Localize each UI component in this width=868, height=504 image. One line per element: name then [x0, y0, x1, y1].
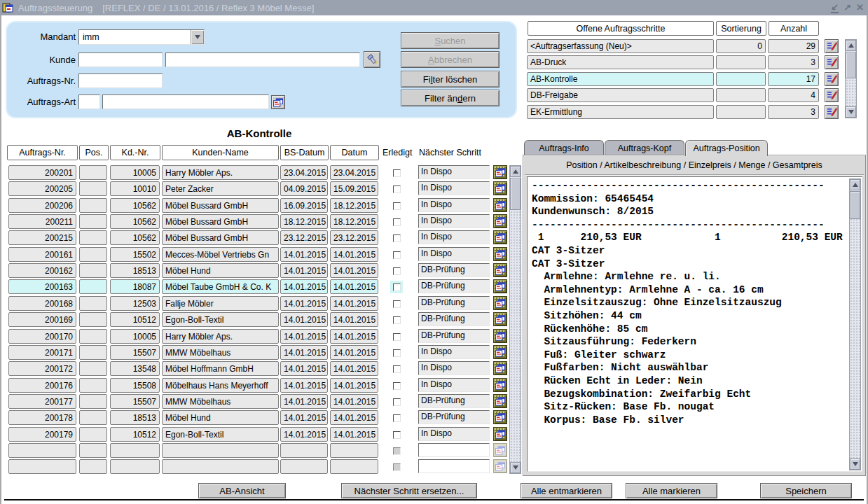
next-step-field[interactable]: DB-Prüfung	[418, 329, 490, 343]
datum-cell[interactable]: 14.01.2015	[330, 410, 378, 425]
step-anzahl-cell[interactable]: 3	[768, 105, 819, 119]
datum-cell[interactable]	[330, 459, 378, 474]
erledigt-checkbox[interactable]	[390, 232, 403, 244]
bs-datum-cell[interactable]: 14.01.2015	[280, 296, 328, 311]
erledigt-checkbox[interactable]	[390, 330, 403, 343]
alle-markieren-button[interactable]: Alle markieren	[626, 483, 717, 498]
kunden-name-cell[interactable]	[162, 459, 279, 474]
order-detail-button[interactable]	[493, 296, 507, 310]
erledigt-checkbox[interactable]	[390, 265, 403, 277]
order-detail-button[interactable]	[493, 198, 507, 212]
pos-cell[interactable]	[79, 427, 107, 442]
kd-nr-cell[interactable]: 18087	[110, 279, 160, 294]
next-step-field[interactable]	[418, 443, 490, 457]
pos-cell[interactable]	[79, 247, 107, 262]
kunden-name-cell[interactable]: MMW Möbelhaus	[162, 345, 279, 360]
mandant-dropdown-button[interactable]	[191, 30, 204, 44]
auftrags-nr-cell[interactable]: 200211	[8, 214, 76, 229]
order-detail-button[interactable]	[493, 329, 507, 343]
next-step-field[interactable]: In Dispo	[418, 361, 490, 375]
step-sortierung-cell[interactable]	[716, 55, 766, 69]
next-step-field[interactable]: In Dispo	[418, 378, 490, 392]
bs-datum-cell[interactable]: 14.01.2015	[280, 378, 328, 393]
datum-cell[interactable]: 23.12.2015	[330, 230, 378, 245]
datum-cell[interactable]: 14.01.2015	[330, 394, 378, 409]
order-detail-button[interactable]	[493, 247, 507, 261]
kunden-name-cell[interactable]: Möbel Hund	[162, 263, 279, 278]
kunden-name-cell[interactable]: Egon-Boll-Textil	[162, 312, 279, 327]
alle-entmarkieren-button[interactable]: Alle entmarkieren	[521, 483, 612, 498]
bs-datum-cell[interactable]: 14.01.2015	[280, 394, 328, 409]
erledigt-checkbox[interactable]	[390, 461, 403, 473]
scroll-up-icon[interactable]	[510, 166, 521, 177]
step-sortierung-cell[interactable]: 0	[716, 39, 766, 53]
order-detail-button[interactable]	[493, 345, 507, 359]
datum-cell[interactable]: 14.01.2015	[330, 263, 378, 278]
kd-nr-cell[interactable]: 15507	[110, 345, 160, 360]
next-step-field[interactable]: In Dispo	[418, 214, 490, 228]
pos-cell[interactable]	[79, 378, 107, 393]
bs-datum-cell[interactable]: 14.01.2015	[280, 410, 328, 425]
kd-nr-cell[interactable]: 10512	[110, 312, 160, 327]
scroll-down-icon[interactable]	[850, 458, 860, 470]
order-detail-button[interactable]	[493, 181, 507, 195]
bs-datum-cell[interactable]: 14.01.2015	[280, 263, 328, 278]
auftrags-nr-cell[interactable]: 200170	[8, 329, 76, 344]
order-detail-button[interactable]	[493, 279, 507, 293]
scroll-up-icon[interactable]	[850, 179, 860, 190]
kunden-name-cell[interactable]: Möbel Hoffmann GmbH	[162, 361, 279, 376]
erledigt-checkbox[interactable]	[390, 379, 403, 392]
step-name-cell[interactable]: <Auftragserfassung (Neu)>	[527, 39, 714, 53]
auftrags-nr-cell[interactable]: 200161	[8, 247, 76, 262]
auftrags-nr-cell[interactable]	[8, 443, 76, 458]
pos-cell[interactable]	[79, 410, 107, 425]
datum-cell[interactable]: 14.01.2015	[330, 312, 378, 327]
kd-nr-cell[interactable]: 15502	[110, 247, 160, 262]
order-detail-button[interactable]	[493, 361, 507, 375]
bs-datum-cell[interactable]: 14.01.2015	[280, 312, 328, 327]
auftrags-nr-cell[interactable]: 200205	[8, 181, 76, 196]
next-step-field[interactable]: In Dispo	[418, 181, 490, 195]
pos-cell[interactable]	[79, 394, 107, 409]
next-step-field[interactable]: DB-Prüfung	[418, 312, 490, 326]
auftrags-nr-cell[interactable]: 200163	[8, 279, 76, 294]
erledigt-checkbox[interactable]	[390, 314, 403, 326]
erledigt-checkbox[interactable]	[390, 167, 403, 179]
kunden-name-cell[interactable]: Möbel Taube GmbH & Co. K	[162, 279, 279, 294]
erledigt-checkbox[interactable]	[390, 248, 403, 261]
auftrags-nr-cell[interactable]: 200168	[8, 296, 76, 311]
pos-cell[interactable]	[79, 230, 107, 245]
next-step-field[interactable]: DB-Prüfung	[418, 394, 490, 408]
position-description-area[interactable]: ----------------------------------------…	[527, 176, 862, 472]
auftrags-nr-cell[interactable]	[8, 459, 76, 474]
scroll-down-icon[interactable]	[510, 462, 521, 473]
auftrags-nr-cell[interactable]: 200201	[8, 165, 76, 180]
datum-cell[interactable]: 14.01.2015	[330, 296, 378, 311]
bs-datum-cell[interactable]: 23.04.2015	[280, 165, 328, 180]
suchen-button[interactable]: Suchen	[401, 32, 500, 49]
erledigt-checkbox[interactable]	[390, 183, 403, 195]
pos-cell[interactable]	[79, 312, 107, 327]
datum-cell[interactable]: 14.01.2015	[330, 247, 378, 262]
scroll-down-icon[interactable]	[846, 106, 856, 118]
pos-cell[interactable]	[79, 459, 107, 474]
pos-cell[interactable]	[79, 361, 107, 376]
auftrags-nr-cell[interactable]: 200215	[8, 230, 76, 245]
kunden-name-cell[interactable]: Möbel Bussard GmbH	[162, 230, 279, 245]
pos-cell[interactable]	[79, 443, 107, 458]
pos-cell[interactable]	[79, 296, 107, 311]
datum-cell[interactable]: 14.01.2015	[330, 361, 378, 376]
step-detail-button[interactable]	[825, 88, 839, 102]
step-sortierung-cell[interactable]	[716, 88, 766, 102]
orders-scrollbar-thumb[interactable]	[510, 178, 521, 210]
kd-nr-cell[interactable]: 15508	[110, 378, 160, 393]
auftrags-nr-cell[interactable]: 200172	[8, 361, 76, 376]
kd-nr-cell[interactable]: 10562	[110, 198, 160, 213]
datum-cell[interactable]	[330, 443, 378, 458]
detail-scrollbar[interactable]	[849, 178, 861, 470]
kd-nr-cell[interactable]: 18513	[110, 263, 160, 278]
auftrags-nr-cell[interactable]: 200206	[8, 198, 76, 213]
steps-scrollbar[interactable]	[845, 39, 857, 118]
order-detail-button[interactable]	[493, 459, 507, 473]
abbrechen-button[interactable]: Abbrechen	[401, 51, 500, 68]
